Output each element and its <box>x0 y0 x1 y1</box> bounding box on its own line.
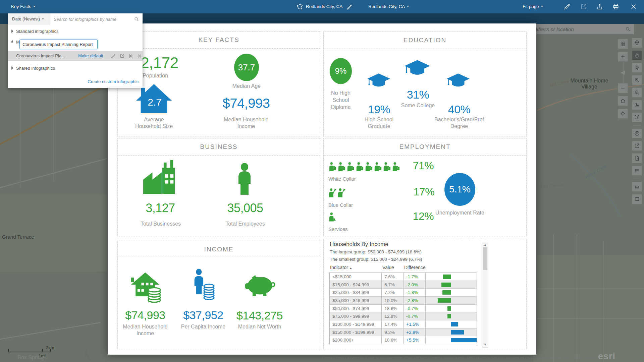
unemployment-circle: 5.1% <box>444 173 475 206</box>
household-size-label: Average Household Size <box>132 116 176 130</box>
close-icon[interactable] <box>630 3 637 10</box>
blue-collar-icons <box>328 188 346 198</box>
table-row: $75,000 - $99,99912.8%-0.7% <box>330 312 477 320</box>
education-section: EDUCATION 9% No High School Diploma 19% … <box>323 32 527 136</box>
difference-bar <box>451 322 458 326</box>
wc-person-icon <box>346 162 355 172</box>
table-row: $100,000 - $149,99917.4%+1.5% <box>330 320 477 328</box>
bc-person-icon <box>337 188 345 198</box>
infographic-name: Coronavirus Impact Pla... <box>16 53 65 58</box>
net-worth-value: $143,275 <box>232 309 287 322</box>
export-icon[interactable] <box>580 3 587 10</box>
per-capita-income-label: Per Capita Income <box>176 323 231 330</box>
grad-cap-icon <box>405 59 430 80</box>
household-size-value: 2.7 <box>143 97 166 108</box>
wc-person-icon <box>356 162 364 172</box>
column-indicator[interactable]: Indicator ▲ <box>329 265 382 270</box>
table-row: <$15,0007.6%-1.7% <box>330 273 477 281</box>
section-title-employment: EMPLOYMENT <box>324 138 526 155</box>
bachelors-label: Bachelor's/Grad/Prof Degree <box>429 116 489 130</box>
employment-section: EMPLOYMENT 71% White Collar 17% Blue Col… <box>323 138 527 236</box>
chevron-down-icon: ▼ <box>42 17 44 20</box>
create-custom-infographic-link[interactable]: Create custom infographic <box>88 79 139 84</box>
wc-person-icon <box>337 162 345 172</box>
income-section: INCOME $74,993 Median Household Income $… <box>117 241 320 349</box>
white-collar-icons <box>328 162 401 172</box>
business-section: BUSINESS 3,127 Total Businesses 35,005 T… <box>117 138 320 236</box>
gallery-search-input[interactable]: Search for infographics by name <box>50 13 143 25</box>
services-label: Services <box>328 226 348 232</box>
difference-bar <box>438 298 451 303</box>
print-icon[interactable] <box>612 3 620 10</box>
table-row: $35,000 - $49,99910.0%-2.8% <box>330 296 477 304</box>
scroll-down-icon[interactable]: ▼ <box>482 343 488 346</box>
infographic-gallery-panel: Date (Newest)▼ Search for infographics b… <box>8 13 143 88</box>
no-hs-circle: 9% <box>330 58 352 84</box>
chevron-down-icon: ▼ <box>33 5 36 8</box>
house-coins-icon <box>128 271 162 303</box>
section-title-income: INCOME <box>118 241 320 258</box>
location-selector[interactable]: Redlands City, CA▼ <box>368 0 409 13</box>
group-shared-infographics[interactable]: Shared infographics <box>8 63 143 74</box>
piggy-bank-icon <box>245 273 275 297</box>
median-age-label: Median Age <box>209 83 284 89</box>
difference-bar <box>451 330 464 335</box>
blue-collar-value: 17% <box>400 186 447 198</box>
median-household-income-value: $74,993 <box>118 309 173 322</box>
table-scrollbar[interactable]: ▲ ▼ <box>482 242 488 348</box>
total-businesses-label: Total Businesses <box>124 221 198 227</box>
difference-bar <box>447 314 451 318</box>
table-row: $50,000 - $74,99918.6%-0.7% <box>330 304 477 312</box>
bachelors-value: 40% <box>436 103 483 116</box>
scroll-up-icon[interactable]: ▲ <box>482 243 488 246</box>
unemployment-label: Unemployment Rate <box>433 209 487 216</box>
total-businesses-value: 3,127 <box>123 201 197 215</box>
rename-input[interactable]: Coronavirus Impact Planning Report <box>19 40 98 49</box>
wc-person-icon <box>383 162 391 172</box>
difference-bar <box>441 283 451 287</box>
median-income-value: $74,993 <box>209 96 284 111</box>
share-icon[interactable] <box>596 3 603 10</box>
edit-infographic-icon[interactable] <box>564 3 571 10</box>
some-college-value: 31% <box>394 88 441 101</box>
edit-location-icon[interactable] <box>346 3 353 10</box>
collapse-icon <box>10 40 14 44</box>
section-title-business: BUSINESS <box>118 138 320 155</box>
section-title-key-facts: KEY FACTS <box>118 32 320 48</box>
column-value[interactable]: Value <box>382 265 404 270</box>
preview-icon[interactable] <box>128 53 133 59</box>
wc-person-icon <box>365 162 373 172</box>
chevron-down-icon: ▼ <box>541 5 543 8</box>
delete-icon[interactable] <box>137 53 142 59</box>
wc-person-icon <box>374 162 382 172</box>
report-selector[interactable]: Key Facts▼ <box>11 0 36 13</box>
median-age-circle: 37.7 <box>234 54 259 81</box>
group-standard-infographics[interactable]: Standard infographics <box>8 26 143 37</box>
difference-bar <box>443 275 451 279</box>
services-icons <box>328 212 337 222</box>
wc-person-icon <box>328 162 336 172</box>
grad-cap-icon <box>447 73 470 91</box>
households-income-table: <$15,0007.6%-1.7%$15,000 - $24,9996.7%-2… <box>329 273 477 344</box>
edit-icon[interactable] <box>111 53 116 59</box>
difference-bar <box>447 306 451 311</box>
table-row: $150,000 - $199,9999.2%+2.8% <box>330 328 477 336</box>
chevron-down-icon: ▼ <box>407 5 409 8</box>
make-default-link[interactable]: Make default <box>78 51 103 61</box>
wc-person-icon <box>392 162 400 172</box>
sort-selector[interactable]: Date (Newest)▼ <box>12 13 44 25</box>
blue-collar-label: Blue Collar <box>328 202 353 208</box>
selected-infographic-row[interactable]: Coronavirus Impact Pla... Make default <box>8 51 143 61</box>
person-coins-icon <box>193 268 215 301</box>
per-capita-income-value: $37,952 <box>176 309 231 322</box>
scroll-thumb[interactable] <box>483 247 487 270</box>
households-by-income-section: Households By Income The largest group: … <box>323 239 527 349</box>
median-household-income-label: Median Household Income <box>118 323 173 337</box>
column-difference[interactable]: Difference <box>404 265 426 270</box>
export-icon[interactable] <box>119 53 125 59</box>
zoom-level-selector[interactable]: Fit page▼ <box>523 0 543 13</box>
households-title: Households By Income <box>330 241 388 248</box>
net-worth-label: Median Net Worth <box>232 323 287 330</box>
infographic-panel: KEY FACTS 72,172 Population 37.7 Median … <box>108 23 536 355</box>
sv-person-icon <box>328 212 336 222</box>
